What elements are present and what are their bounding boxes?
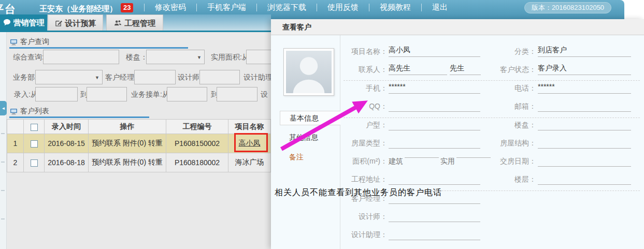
- value-designer: [389, 211, 480, 222]
- select-all-checkbox[interactable]: [31, 124, 38, 131]
- menu-divider: [369, 4, 369, 11]
- field-label-design-assistant: 设计助理: [244, 73, 271, 82]
- field-label-estate: 楼盘：: [126, 53, 148, 62]
- monitor-icon: [10, 39, 18, 46]
- col-project-no: 工程编号: [166, 120, 228, 134]
- account-manager-input[interactable]: [134, 70, 176, 84]
- label-email: 邮箱：: [472, 102, 536, 111]
- dialog-divider: [340, 35, 340, 249]
- entry-from-input[interactable]: [35, 87, 78, 101]
- notification-badge[interactable]: 23: [121, 3, 133, 12]
- label-area-built: 建筑: [389, 157, 403, 166]
- section-title: 客户查询: [20, 37, 49, 47]
- label-area-usable: 实用: [440, 157, 455, 166]
- top-menu: 修改密码 手机客户端 浏览器下载 使用反馈 视频教程 退出: [136, 0, 450, 14]
- value-unit-type: [389, 119, 480, 130]
- menu-browser-download[interactable]: 浏览器下载: [265, 3, 308, 12]
- menu-divider: [144, 4, 145, 11]
- version-badge: 版本：20160823102050: [524, 2, 611, 13]
- dashed-separator: [344, 118, 640, 118]
- designer-input[interactable]: [199, 70, 240, 84]
- customer-table: 录入时间 操作 工程编号 项目名称 1 2016-08-15 预约联系 附件(0…: [7, 119, 271, 172]
- edit-icon: [55, 19, 63, 27]
- row-checkbox[interactable]: [31, 140, 38, 148]
- menu-divider: [317, 4, 317, 11]
- section-title: 客户列表: [20, 107, 49, 116]
- label-qq: QQ：: [318, 102, 388, 111]
- section-header-list: 客户列表: [10, 107, 49, 116]
- row-index: 2: [7, 153, 24, 172]
- combined-query-input[interactable]: [43, 50, 119, 64]
- table-row[interactable]: 2 2016-08-18 预约联系 附件(0) 转重 P1608180002 海…: [7, 153, 271, 172]
- menu-feedback[interactable]: 使用反馈: [325, 3, 361, 12]
- value-structure: [538, 137, 631, 149]
- field-label-combined-query: 综合查询:: [13, 53, 44, 62]
- row-actions[interactable]: 预约联系 附件(0) 转重: [89, 134, 166, 153]
- col-index: [7, 120, 24, 134]
- col-actions: 操作: [89, 120, 166, 134]
- dialog-title: 查看客户: [271, 19, 644, 35]
- sidebar-edge-strip: ◄: [0, 32, 7, 249]
- chat-icon: [3, 19, 11, 26]
- table-row[interactable]: 1 2016-08-15 预约联系 附件(0) 转重 P1608150002 高…: [7, 134, 271, 153]
- dashed-separator: [344, 80, 640, 81]
- value-phone-masked: ******: [538, 82, 631, 94]
- row-actions[interactable]: 预约联系 附件(0) 转重: [89, 153, 166, 172]
- value-estate: [538, 119, 631, 130]
- field-label-clipped: 设: [261, 90, 268, 99]
- value-delivery-date: [538, 155, 631, 167]
- row-entry-date: 2016-08-15: [45, 134, 89, 153]
- label-delivery-date: 交房日期：: [472, 157, 536, 166]
- table-header-row: 录入时间 操作 工程编号 项目名称: [7, 120, 271, 134]
- side-tab-basic-info[interactable]: 基本信息: [280, 111, 340, 125]
- section-underline: [9, 47, 188, 49]
- label-mobile: 手机：: [318, 84, 388, 93]
- label-phone: 电话：: [472, 84, 536, 93]
- menu-logout[interactable]: 退出: [430, 3, 450, 12]
- side-tab-remarks[interactable]: 备注: [289, 153, 304, 162]
- project-name-link[interactable]: 高小凤: [239, 139, 261, 147]
- label-floor: 楼层：: [472, 175, 536, 184]
- collapse-panel-handle[interactable]: ◄: [0, 101, 7, 115]
- entry-to-input[interactable]: [87, 87, 127, 101]
- field-label-usable-area-from: 实用面积:从: [211, 53, 249, 62]
- side-tab-other-info[interactable]: 其他信息: [289, 133, 318, 142]
- label-category: 分类：: [472, 47, 536, 56]
- usable-area-from-input[interactable]: [246, 50, 271, 64]
- row-entry-date: 2016-08-18: [45, 153, 89, 172]
- menu-mobile-client[interactable]: 手机客户端: [205, 3, 248, 12]
- chevron-down-icon: ▼: [95, 75, 99, 80]
- value-status: 客户录入: [538, 64, 631, 75]
- department-select[interactable]: ▼: [35, 70, 103, 84]
- label-project-name: 项目名称：: [318, 47, 388, 56]
- value-floor: [538, 173, 631, 185]
- menu-divider: [196, 4, 197, 11]
- label-area: 面积(m²)：: [318, 157, 388, 166]
- label-status: 客户状态：: [472, 65, 536, 75]
- value-email: [538, 100, 631, 112]
- section-underline: [9, 116, 149, 118]
- customer-query-panel: 客户查询 综合查询: 楼盘： ▼ 实用面积:从 业务部: ▼ 客户经理: 设计师…: [7, 32, 271, 249]
- tab-design-budget[interactable]: 设计预算: [48, 14, 103, 31]
- current-user[interactable]: 王安东（业务部经理）: [39, 4, 117, 14]
- menu-video-tutorial[interactable]: 视频教程: [378, 3, 413, 12]
- tab-label: 设计预算: [65, 15, 96, 31]
- estate-select[interactable]: ▼: [146, 50, 205, 64]
- order-to-input[interactable]: [217, 87, 257, 101]
- col-project-name: 项目名称: [228, 120, 271, 134]
- menu-divider: [256, 4, 257, 11]
- menu-divider: [421, 4, 422, 11]
- tab-marketing[interactable]: 营销管理: [0, 14, 47, 31]
- tab-project-management[interactable]: 工程管理: [106, 14, 163, 31]
- value-qq: [389, 100, 480, 112]
- view-customer-dialog: 查看客户 基本信息 其他信息 备注 项目名称： 高小凤 分类： 到店客户 联系人…: [271, 19, 644, 249]
- value-area-built: [405, 147, 439, 158]
- row-checkbox[interactable]: [31, 159, 38, 167]
- chevron-down-icon: ▼: [197, 55, 202, 60]
- order-from-input[interactable]: [167, 87, 207, 101]
- label-contact: 联系人：: [318, 65, 388, 75]
- strip-dash: [1, 218, 5, 219]
- strip-dash: [1, 190, 5, 191]
- label-estate: 楼盘：: [472, 121, 536, 130]
- menu-change-password[interactable]: 修改密码: [153, 3, 188, 12]
